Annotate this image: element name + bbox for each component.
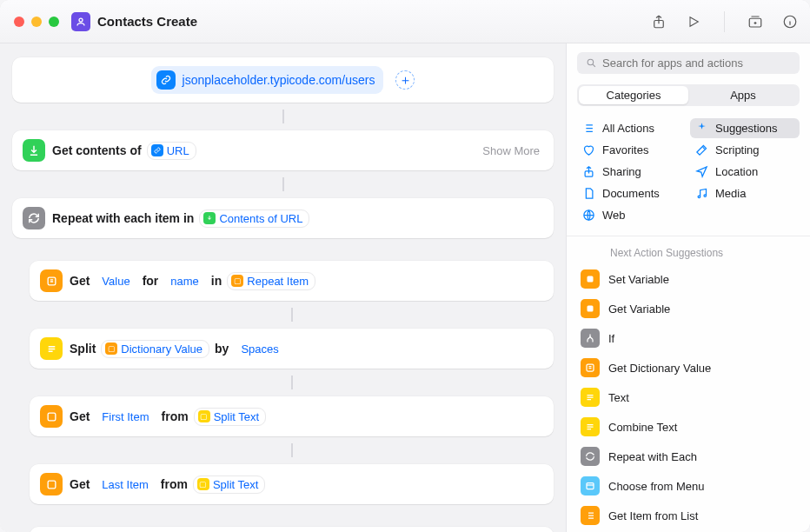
cat-documents[interactable]: Documents bbox=[577, 183, 687, 203]
svg-rect-5 bbox=[48, 413, 56, 421]
workflow-editor[interactable]: jsonplaceholder.typicode.com/users ＋ Get… bbox=[0, 43, 567, 532]
get-first-item-action[interactable]: Get First Item from ▢ Split Text bbox=[30, 396, 554, 436]
dict-icon bbox=[581, 358, 600, 377]
dict-chip-icon: ▢ bbox=[105, 342, 117, 355]
app-window: Contacts Create bbox=[0, 0, 810, 532]
page-title: Contacts Create bbox=[97, 14, 197, 29]
download-icon bbox=[23, 139, 45, 162]
get-dict-name-action[interactable]: Get Value for name in ▢ Repeat Item bbox=[30, 261, 554, 301]
svg-point-9 bbox=[588, 59, 594, 65]
repeat-item-token[interactable]: ▢ Repeat Item bbox=[227, 272, 315, 290]
download-chip-icon bbox=[203, 212, 216, 224]
if-icon bbox=[581, 329, 600, 348]
url-action[interactable]: jsonplaceholder.typicode.com/users ＋ bbox=[12, 57, 554, 103]
share-icon bbox=[582, 165, 595, 178]
suggestion-label: If bbox=[608, 332, 614, 345]
suggestion-label: Combine Text bbox=[608, 421, 677, 434]
menu-icon bbox=[581, 476, 600, 495]
get-last-item-action[interactable]: Get Last Item from ▢ Split Text bbox=[30, 464, 554, 504]
connector-line bbox=[291, 376, 293, 389]
suggestion-item[interactable]: Repeat with Each bbox=[567, 442, 810, 471]
text-chip-icon: ▢ bbox=[198, 410, 210, 422]
add-url-button[interactable]: ＋ bbox=[395, 70, 415, 90]
segmented-control[interactable]: Categories Apps bbox=[577, 84, 800, 106]
suggestion-label: Get Item from List bbox=[608, 509, 698, 522]
suggestion-item[interactable]: Text bbox=[567, 382, 810, 412]
categories-grid: All Actions Suggestions Favorites bbox=[567, 115, 810, 236]
text-chip-icon: ▢ bbox=[197, 478, 209, 490]
connector-line bbox=[282, 110, 284, 123]
maximize-button[interactable] bbox=[49, 17, 59, 27]
split-text-token[interactable]: ▢ Split Text bbox=[193, 475, 266, 494]
main-area: jsonplaceholder.typicode.com/users ＋ Get… bbox=[0, 43, 810, 532]
music-icon bbox=[695, 187, 708, 200]
cat-scripting[interactable]: Scripting bbox=[690, 140, 800, 160]
suggestion-label: Choose from Menu bbox=[608, 480, 705, 493]
actions-sidebar: Categories Apps All Actions Suggestions bbox=[567, 43, 810, 532]
suggestion-item[interactable]: Get Dictionary Value bbox=[567, 353, 810, 382]
share-button[interactable] bbox=[649, 12, 668, 31]
suggestion-item[interactable]: If bbox=[567, 323, 810, 353]
split-text-action[interactable]: Split ▢ Dictionary Value by Spaces bbox=[30, 329, 554, 369]
suggestion-item[interactable]: Get Variable bbox=[567, 294, 810, 323]
repeat-action[interactable]: Repeat with each item in Contents of URL bbox=[12, 198, 554, 238]
svg-rect-6 bbox=[48, 481, 56, 489]
get-contents-action[interactable]: Get contents of URL Show More bbox=[12, 130, 554, 170]
minimize-button[interactable] bbox=[31, 17, 42, 27]
link-icon bbox=[156, 70, 176, 90]
cat-suggestions[interactable]: Suggestions bbox=[690, 118, 800, 138]
seg-apps[interactable]: Apps bbox=[688, 86, 798, 104]
svg-point-11 bbox=[698, 196, 700, 198]
svg-point-12 bbox=[704, 195, 707, 197]
cat-sharing[interactable]: Sharing bbox=[577, 162, 687, 182]
list-icon bbox=[40, 405, 63, 428]
toolbar-separator bbox=[724, 11, 725, 32]
connector-line bbox=[291, 443, 293, 457]
suggestion-label: Set Variable bbox=[608, 273, 669, 286]
wand-icon bbox=[695, 143, 708, 156]
search-input[interactable] bbox=[602, 57, 791, 70]
list-icon bbox=[40, 473, 63, 495]
cat-all-actions[interactable]: All Actions bbox=[577, 118, 687, 138]
svg-rect-15 bbox=[588, 306, 594, 312]
cat-web[interactable]: Web bbox=[577, 205, 687, 225]
search-field[interactable] bbox=[577, 52, 800, 74]
repeat-icon bbox=[581, 447, 600, 466]
var-icon bbox=[581, 299, 600, 318]
suggestion-item[interactable]: Choose from Menu bbox=[567, 471, 810, 501]
split-text-token[interactable]: ▢ Split Text bbox=[194, 408, 267, 426]
sparkle-icon bbox=[695, 122, 708, 135]
seg-categories[interactable]: Categories bbox=[579, 86, 688, 104]
svg-point-0 bbox=[79, 18, 83, 22]
suggestion-item[interactable]: Get Item from List bbox=[567, 501, 810, 530]
connector-line bbox=[282, 177, 284, 191]
dict-value-token[interactable]: ▢ Dictionary Value bbox=[101, 340, 209, 358]
show-more-button[interactable]: Show More bbox=[482, 144, 543, 157]
svg-rect-17 bbox=[587, 483, 594, 489]
suggestion-label: Text bbox=[608, 391, 629, 404]
cat-favorites[interactable]: Favorites bbox=[577, 140, 687, 160]
library-button[interactable] bbox=[746, 12, 765, 31]
globe-icon bbox=[582, 209, 595, 222]
titlebar: Contacts Create bbox=[0, 0, 810, 43]
cat-media[interactable]: Media bbox=[690, 183, 800, 203]
info-button[interactable] bbox=[780, 12, 800, 31]
close-button[interactable] bbox=[14, 17, 24, 27]
cat-location[interactable]: Location bbox=[690, 162, 800, 182]
run-button[interactable] bbox=[684, 12, 703, 31]
suggestion-label: Get Dictionary Value bbox=[608, 362, 711, 375]
heart-icon bbox=[582, 143, 595, 156]
get-dict-phone-action[interactable]: Get Value for phone in ▢ Repeat Item bbox=[30, 527, 554, 532]
app-icon bbox=[71, 12, 90, 31]
url-token[interactable]: URL bbox=[147, 142, 196, 160]
list-icon bbox=[582, 122, 595, 135]
suggestion-item[interactable]: Combine Text bbox=[567, 412, 810, 442]
suggestions-header: Next Action Suggestions bbox=[567, 236, 810, 264]
var-chip-icon: ▢ bbox=[231, 275, 243, 287]
list-icon bbox=[581, 506, 600, 525]
connector-line bbox=[291, 308, 293, 322]
suggestion-item[interactable]: Set Variable bbox=[567, 264, 810, 294]
text-icon bbox=[581, 417, 600, 436]
url-text[interactable]: jsonplaceholder.typicode.com/users bbox=[183, 73, 375, 87]
contents-token[interactable]: Contents of URL bbox=[199, 209, 309, 228]
